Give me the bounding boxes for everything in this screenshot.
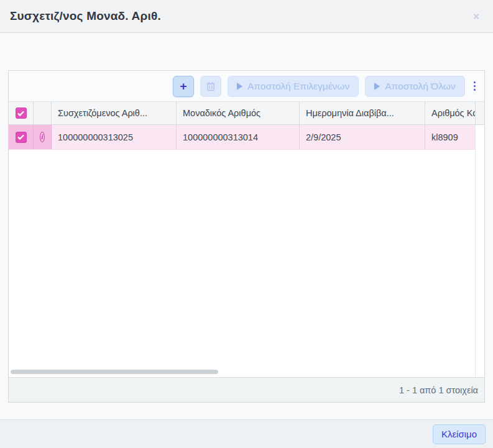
select-all-checkbox[interactable] [9, 102, 34, 124]
send-all-label: Αποστολή Όλων [385, 81, 455, 92]
dialog-footer: Κλείσιμο [0, 419, 493, 448]
column-header-associated-number[interactable]: Συσχετιζόμενος Αριθ... [52, 102, 177, 124]
delete-button[interactable] [200, 76, 221, 97]
column-header-transmission-date[interactable]: Ημερομηνία Διαβίβα... [300, 102, 425, 124]
data-grid: + Αποστολή Επιλεγμένων [8, 70, 485, 403]
table-row[interactable]: i 100000000313025 100000000313014 2/9/20… [9, 125, 475, 150]
grid-pager: 1 - 1 από 1 στοιχεία [9, 377, 484, 402]
horizontal-scrollbar-track [9, 367, 475, 377]
dialog-body: + Αποστολή Επιλεγμένων [0, 33, 493, 403]
play-icon [374, 83, 380, 90]
send-all-button[interactable]: Αποστολή Όλων [365, 76, 464, 97]
horizontal-scrollbar-thumb[interactable] [11, 370, 218, 374]
row-info-cell: i [34, 125, 52, 149]
checkbox-checked-icon [16, 107, 27, 119]
grid-body: i 100000000313025 100000000313014 2/9/20… [9, 125, 484, 377]
cell-unique-number: 100000000313014 [177, 125, 300, 149]
play-icon [237, 83, 242, 90]
close-icon[interactable]: × [469, 9, 483, 24]
vertical-scrollbar-track [475, 125, 484, 377]
pager-info-text: 1 - 1 από 1 στοιχεία [399, 385, 478, 395]
grid-header-row: Συσχετιζόμενος Αριθ... Μοναδικός Αριθμός… [9, 102, 484, 125]
row-checkbox[interactable] [9, 125, 34, 149]
grid-toolbar: + Αποστολή Επιλεγμένων [9, 71, 484, 102]
dialog-title: Συσχετιζ/νος Μοναδ. Αριθ. [10, 9, 161, 23]
add-button[interactable]: + [173, 76, 194, 97]
scrollbar-gutter [475, 102, 484, 124]
send-selected-button[interactable]: Αποστολή Επιλεγμένων [228, 76, 359, 97]
trash-icon [206, 81, 216, 91]
info-column-header [34, 102, 52, 124]
checkbox-checked-icon [16, 132, 27, 143]
column-header-registration-number[interactable]: Αριθμός Κα [425, 102, 475, 124]
cell-transmission-date: 2/9/2025 [300, 125, 425, 149]
dialog-titlebar: Συσχετιζ/νος Μοναδ. Αριθ. × [0, 0, 493, 33]
modal-dialog: Συσχετιζ/νος Μοναδ. Αριθ. × + [0, 0, 493, 448]
cell-associated-number: 100000000313025 [52, 125, 177, 149]
column-header-unique-number[interactable]: Μοναδικός Αριθμός [177, 102, 300, 124]
close-button[interactable]: Κλείσιμο [433, 424, 486, 444]
cell-registration-number: kl8909 [425, 125, 475, 149]
info-icon[interactable]: i [40, 132, 45, 142]
send-selected-label: Αποστολή Επιλεγμένων [247, 81, 349, 92]
more-options-icon[interactable] [474, 81, 476, 91]
